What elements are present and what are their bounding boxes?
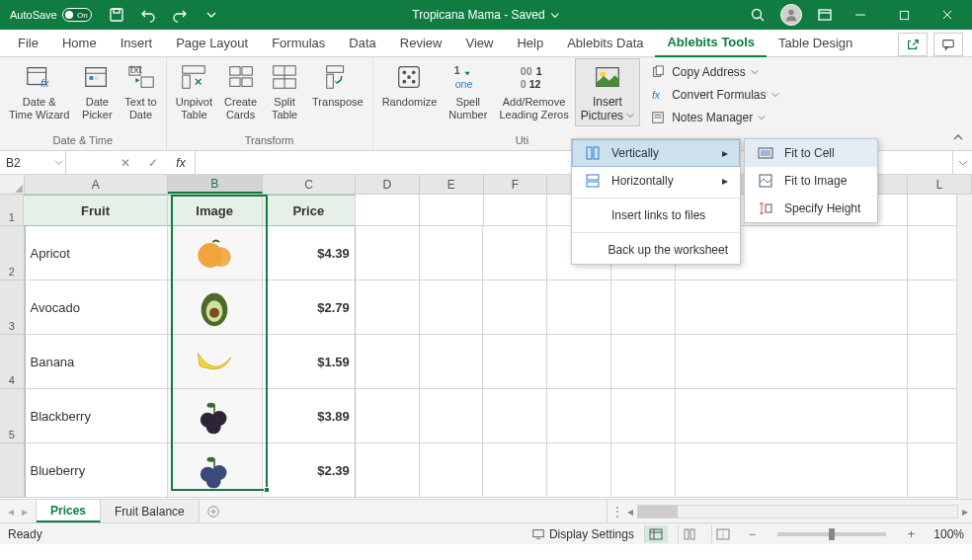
col-header-a[interactable]: A xyxy=(25,175,168,194)
cell[interactable] xyxy=(483,443,547,498)
row-header[interactable]: 5 xyxy=(0,389,25,443)
fx-icon[interactable]: fx xyxy=(167,156,195,170)
cell[interactable] xyxy=(483,389,547,443)
hscroll-right-icon[interactable]: ▸ xyxy=(962,505,968,519)
cell[interactable] xyxy=(483,335,547,389)
horizontal-scrollbar[interactable] xyxy=(637,505,958,519)
search-icon[interactable] xyxy=(745,2,770,28)
cell[interactable] xyxy=(547,335,611,389)
zoom-in-button[interactable]: + xyxy=(904,527,919,541)
date-picker-button[interactable]: Date Picker xyxy=(76,59,118,122)
save-icon[interactable] xyxy=(104,2,129,28)
tab-ablebits-tools[interactable]: Ablebits Tools xyxy=(655,29,767,57)
cell[interactable] xyxy=(611,389,676,443)
cell[interactable] xyxy=(676,443,908,498)
close-button[interactable] xyxy=(927,0,968,30)
price-cell[interactable]: $4.39 xyxy=(263,226,356,280)
spell-number-button[interactable]: 1one Spell Number xyxy=(444,59,492,122)
view-normal-button[interactable] xyxy=(644,525,668,543)
hscroll-left-icon[interactable]: ◂ xyxy=(627,505,633,519)
cell[interactable] xyxy=(420,443,484,498)
price-cell[interactable]: $2.79 xyxy=(263,280,356,335)
randomize-button[interactable]: Randomize xyxy=(377,59,443,111)
cell[interactable] xyxy=(356,195,420,226)
sheet-tab-prices[interactable]: Prices xyxy=(37,500,101,522)
cell[interactable] xyxy=(676,280,908,335)
row-header[interactable]: 4 xyxy=(0,335,25,389)
cell[interactable] xyxy=(420,335,484,389)
col-header-e[interactable]: E xyxy=(420,175,484,194)
cell[interactable] xyxy=(356,443,420,498)
ribbon-display-icon[interactable] xyxy=(812,2,838,28)
sheet-tab-fruit-balance[interactable]: Fruit Balance xyxy=(101,500,200,522)
unpivot-table-button[interactable]: Unpivot Table xyxy=(171,59,217,122)
table-header[interactable]: Price xyxy=(263,195,356,226)
cell[interactable] xyxy=(547,389,611,443)
col-header-c[interactable]: C xyxy=(263,175,356,194)
fruit-image-cell[interactable] xyxy=(168,443,263,498)
col-header-l[interactable]: L xyxy=(908,175,972,194)
maximize-button[interactable] xyxy=(883,0,925,30)
price-cell[interactable]: $1.59 xyxy=(263,335,356,389)
fruit-image-cell[interactable] xyxy=(168,335,263,389)
text-to-date-button[interactable]: txt Text to Date xyxy=(120,59,161,122)
cell[interactable] xyxy=(420,195,484,226)
transpose-button[interactable]: Transpose xyxy=(307,59,368,111)
cell[interactable] xyxy=(420,389,484,443)
enter-formula-icon[interactable]: ✓ xyxy=(139,156,167,170)
tab-data[interactable]: Data xyxy=(337,30,387,56)
table-header[interactable]: Fruit xyxy=(24,195,167,226)
zoom-slider[interactable] xyxy=(777,532,886,536)
fruit-image-cell[interactable] xyxy=(168,389,263,443)
cell[interactable] xyxy=(611,335,676,389)
zoom-out-button[interactable]: − xyxy=(745,527,760,541)
add-sheet-button[interactable] xyxy=(200,500,227,522)
fruit-name-cell[interactable]: Banana xyxy=(25,335,168,389)
cell[interactable] xyxy=(420,280,484,335)
menu-horizontally[interactable]: Horizontally ▸ xyxy=(572,167,740,195)
copy-address-button[interactable]: Copy Address xyxy=(645,61,782,83)
title-dropdown-icon[interactable] xyxy=(551,11,560,20)
cell[interactable] xyxy=(356,226,420,280)
zoom-level[interactable]: 100% xyxy=(929,527,964,541)
cell[interactable] xyxy=(547,280,611,335)
view-page-layout-button[interactable] xyxy=(678,525,701,543)
leading-zeros-button[interactable]: 001012 Add/Remove Leading Zeros xyxy=(494,59,573,122)
cell[interactable] xyxy=(483,226,547,280)
price-cell[interactable]: $2.39 xyxy=(263,443,356,498)
fruit-name-cell[interactable]: Blueberry xyxy=(25,443,168,498)
menu-backup[interactable]: Back up the worksheet xyxy=(572,236,740,264)
tab-file[interactable]: File xyxy=(6,30,50,56)
price-cell[interactable]: $3.89 xyxy=(263,389,356,443)
account-avatar[interactable] xyxy=(780,4,802,26)
cell[interactable] xyxy=(676,389,908,443)
tab-page-layout[interactable]: Page Layout xyxy=(164,30,260,56)
menu-specify-height[interactable]: Specify Height xyxy=(745,195,877,222)
qat-customize-icon[interactable] xyxy=(199,2,224,28)
fruit-image-cell[interactable] xyxy=(168,280,263,335)
tab-review[interactable]: Review xyxy=(388,30,454,56)
spreadsheet-grid[interactable]: A B C D E F G H L 1FruitImagePrice2Apric… xyxy=(0,175,972,499)
cell[interactable] xyxy=(547,443,611,498)
date-time-wizard-button[interactable]: fx Date & Time Wizard xyxy=(4,59,74,122)
table-header[interactable]: Image xyxy=(168,195,263,226)
menu-fit-to-cell[interactable]: Fit to Cell xyxy=(745,139,877,167)
cell[interactable] xyxy=(611,280,676,335)
col-header-b[interactable]: B xyxy=(168,175,263,194)
redo-icon[interactable] xyxy=(167,2,193,28)
undo-icon[interactable] xyxy=(135,2,161,28)
row-header[interactable]: 1 xyxy=(0,195,24,226)
tab-formulas[interactable]: Formulas xyxy=(260,30,337,56)
insert-pictures-button[interactable]: Insert Pictures xyxy=(576,59,639,125)
fruit-name-cell[interactable]: Avocado xyxy=(25,280,168,335)
fruit-name-cell[interactable]: Blackberry xyxy=(25,389,168,443)
fruit-name-cell[interactable]: Apricot xyxy=(25,226,168,280)
sheet-nav-prev-icon[interactable]: ◂ xyxy=(8,505,14,519)
row-header[interactable]: 3 xyxy=(0,280,25,335)
scroll-split-icon[interactable]: ⋮ xyxy=(611,505,623,519)
fill-handle[interactable] xyxy=(264,487,270,493)
vertical-scrollbar[interactable] xyxy=(956,195,972,499)
col-header-f[interactable]: F xyxy=(484,175,548,194)
minimize-button[interactable] xyxy=(840,0,881,30)
fruit-image-cell[interactable] xyxy=(168,226,263,280)
